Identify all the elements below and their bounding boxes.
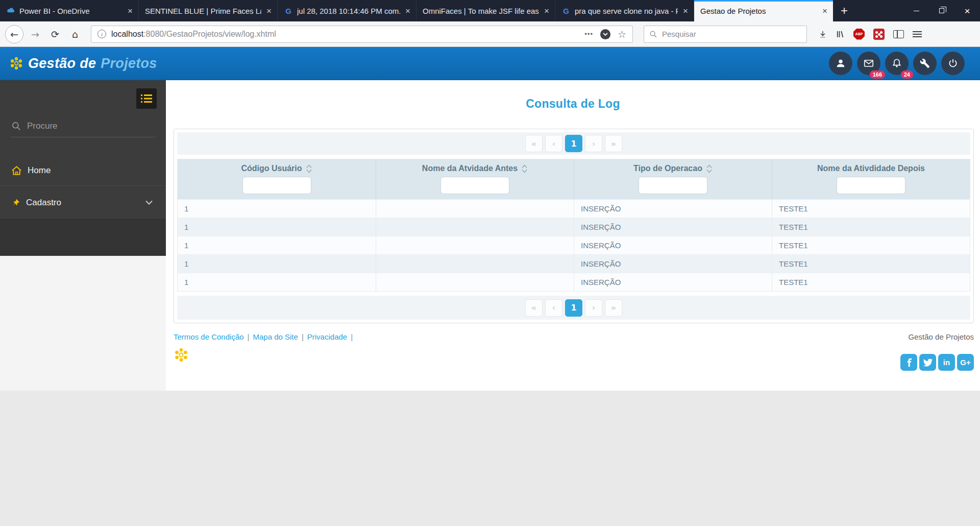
page-actions-icon[interactable]: ••• (584, 30, 593, 38)
linkedin-icon[interactable]: in (938, 354, 955, 371)
restore-button[interactable] (929, 0, 954, 21)
close-icon[interactable]: × (682, 7, 689, 15)
sort-icon[interactable] (706, 164, 713, 173)
list-icon (141, 94, 152, 103)
sidebar-search[interactable] (11, 121, 156, 137)
url-bar[interactable]: i localhost:8080/GestaoProjetos/view/log… (91, 26, 633, 43)
forward-button[interactable]: → (27, 26, 43, 42)
twitter-icon[interactable] (919, 354, 936, 371)
footer-logo-icon (174, 347, 189, 363)
column-tipo-operacao: Tipo de Operacao (574, 159, 772, 199)
facebook-icon[interactable] (900, 354, 917, 371)
tab-bar: Power BI - OneDrive × SENTINEL BLUE | Pr… (0, 0, 980, 21)
back-button[interactable]: ← (5, 25, 23, 43)
url-text: localhost:8080/GestaoProjetos/view/log.x… (111, 30, 276, 39)
column-label: Tipo de Operacao (633, 164, 702, 173)
paginator-prev-button[interactable]: ‹ (545, 299, 562, 317)
table-row[interactable]: 1 INSERÇÃO TESTE1 (178, 218, 970, 236)
filter-codigo-usuario-input[interactable] (242, 177, 311, 194)
tab-clone-java[interactable]: G pra que serve clone no java - P × (555, 0, 694, 21)
paginator-last-button[interactable]: » (605, 299, 622, 317)
home-icon (11, 165, 22, 176)
privacy-link[interactable]: Privacidade (307, 332, 347, 341)
table-row[interactable]: 1 INSERÇÃO TESTE1 (178, 199, 970, 218)
site-info-icon[interactable]: i (97, 30, 106, 38)
paginator-top: « ‹ 1 › » (177, 132, 970, 155)
paginator-prev-button[interactable]: ‹ (545, 135, 562, 152)
close-icon[interactable]: × (404, 7, 411, 15)
window-controls: × (903, 0, 980, 21)
sidebar-item-label: Home (28, 165, 51, 176)
sort-icon[interactable] (306, 164, 312, 173)
paginator-first-button[interactable]: « (525, 135, 543, 152)
pin-icon (11, 198, 20, 207)
tab-omnifaces[interactable]: OmniFaces | To make JSF life easier × (416, 0, 555, 21)
paginator-page-1[interactable]: 1 (565, 299, 582, 317)
log-table: Código Usuário Nome da Atvidade Antes Ti… (177, 159, 970, 292)
main-content: Consulta de Log « ‹ 1 › » Código Usuário (166, 80, 980, 391)
onedrive-icon (6, 6, 15, 15)
filter-nome-atividade-depois-input[interactable] (837, 177, 905, 194)
messages-button[interactable]: 166 (857, 52, 880, 75)
column-nome-atividade-antes: Nome da Atvidade Antes (376, 159, 574, 199)
search-input[interactable] (662, 30, 785, 38)
logout-button[interactable] (941, 52, 965, 75)
filter-tipo-operacao-input[interactable] (639, 177, 707, 194)
paginator-next-button[interactable]: › (585, 135, 602, 152)
cell-depois: TESTE1 (772, 218, 970, 236)
settings-button[interactable] (913, 52, 937, 75)
url-actions: ••• ☆ (584, 29, 626, 40)
sidebar-collapse-button[interactable] (136, 88, 157, 109)
mendeley-icon[interactable] (873, 29, 885, 40)
terms-link[interactable]: Termos de Condição (174, 332, 244, 341)
tab-sentinel[interactable]: SENTINEL BLUE | Prime Faces Layo × (139, 0, 278, 21)
paginator-page-1[interactable]: 1 (565, 135, 582, 152)
close-icon[interactable]: × (821, 7, 828, 15)
paginator-first-button[interactable]: « (525, 299, 543, 317)
paginator-next-button[interactable]: › (585, 299, 602, 317)
profile-button[interactable] (829, 52, 852, 75)
home-button[interactable]: ⌂ (67, 26, 83, 42)
cell-tipo: INSERÇÃO (574, 273, 772, 291)
app-logo[interactable]: Gestão deProjetos (9, 56, 157, 71)
googleplus-icon[interactable]: G+ (957, 354, 974, 371)
library-icon[interactable] (836, 30, 845, 39)
table-row[interactable]: 1 INSERÇÃO TESTE1 (178, 236, 970, 254)
sort-icon[interactable] (521, 164, 528, 173)
adblock-icon[interactable]: ABP (853, 29, 865, 40)
table-row[interactable]: 1 INSERÇÃO TESTE1 (178, 273, 970, 291)
notifications-button[interactable]: 24 (885, 52, 909, 75)
sidebar-item-home[interactable]: Home (0, 156, 166, 185)
sidebar-item-cadastro[interactable]: Cadastro (0, 185, 166, 220)
molecule-logo-icon (9, 56, 23, 70)
new-tab-button[interactable]: + (833, 0, 855, 21)
reload-button[interactable]: ⟳ (47, 26, 63, 42)
search-bar[interactable] (644, 26, 807, 43)
tab-gestao-projetos[interactable]: Gestao de Projetos × (694, 0, 833, 21)
minimize-button[interactable] (903, 0, 929, 21)
close-icon[interactable]: × (265, 7, 273, 15)
sidebar-toggle-icon[interactable] (893, 30, 904, 38)
cell-depois: TESTE1 (772, 236, 970, 254)
close-window-button[interactable]: × (954, 0, 980, 21)
bookmark-star-icon[interactable]: ☆ (618, 29, 626, 40)
header-actions: 166 24 (829, 52, 971, 75)
close-icon[interactable]: × (543, 7, 550, 15)
sitemap-link[interactable]: Mapa do Site (253, 332, 298, 341)
close-icon[interactable]: × (127, 7, 134, 15)
filter-nome-atividade-antes-input[interactable] (440, 177, 509, 194)
menu-icon[interactable] (913, 31, 922, 37)
table-row[interactable]: 1 INSERÇÃO TESTE1 (178, 254, 970, 273)
paginator-last-button[interactable]: » (605, 135, 622, 152)
cell-antes (376, 273, 574, 291)
search-icon (11, 121, 21, 131)
cell-depois: TESTE1 (772, 273, 970, 291)
sidebar-search-input[interactable] (27, 121, 129, 131)
tab-power-bi[interactable]: Power BI - OneDrive × (0, 0, 139, 21)
pocket-icon[interactable] (600, 29, 610, 39)
tab-log-output[interactable]: G jul 28, 2018 10:14:46 PM com.s × (278, 0, 416, 21)
toolbar-extensions: ABP (819, 29, 922, 40)
downloads-icon[interactable] (819, 30, 827, 38)
sidebar-lower-area (0, 256, 166, 391)
close-icon: × (964, 6, 970, 16)
